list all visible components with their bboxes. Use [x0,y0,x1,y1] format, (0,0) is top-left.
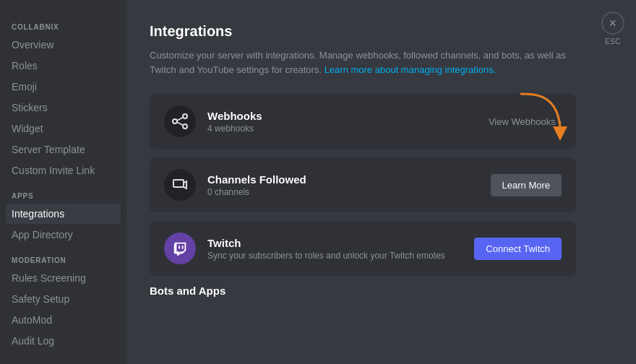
twitch-icon [172,240,188,256]
sidebar-item-label: Integrations [12,208,64,220]
description-text: Customize your server with integrations.… [150,48,569,77]
sidebar-item-safety-setup[interactable]: Safety Setup [6,289,121,309]
sidebar-item-custom-invite-link[interactable]: Custom Invite Link [6,160,121,181]
moderation-section-label: MODERATION [6,251,121,267]
view-webhooks-link[interactable]: View Webhooks › [489,116,562,127]
sidebar-item-label: Server Template [12,144,85,155]
sidebar-item-label: Roles [12,60,38,72]
webhooks-title: Webhooks [207,110,489,122]
channels-followed-action: Learn More [491,174,562,196]
workspace-name: COLLABNIX [6,17,121,34]
channels-followed-card-info: Channels Followed 0 channels [207,173,491,197]
sidebar-item-app-directory[interactable]: App Directory [6,225,121,245]
webhooks-icon-container [164,105,196,137]
sidebar-item-integrations[interactable]: Integrations [6,204,121,224]
sidebar-item-stickers[interactable]: Stickers [6,98,121,118]
sidebar-item-label: Emoji [12,81,37,92]
svg-line-5 [177,122,183,126]
sidebar-item-label: Overview [12,39,53,51]
webhooks-action: View Webhooks › [489,116,562,127]
twitch-title: Twitch [207,237,474,249]
sidebar-item-rules-screening[interactable]: Rules Screening [6,268,121,288]
channels-followed-subtitle: 0 channels [207,187,491,197]
close-icon: ✕ [601,12,624,35]
channels-followed-title: Channels Followed [207,173,491,186]
sidebar-item-label: Custom Invite Link [12,165,95,176]
sidebar-item-label: AutoMod [12,314,52,326]
twitch-icon-container [164,233,196,264]
twitch-subtitle: Sync your subscribers to roles and unloc… [207,251,474,261]
channels-icon-container [164,169,196,201]
sidebar-item-emoji[interactable]: Emoji [6,77,121,97]
svg-point-3 [183,124,187,129]
sidebar-item-label: Stickers [12,102,48,113]
sidebar-item-audit-log[interactable]: Audit Log [6,331,121,351]
sidebar-item-automod[interactable]: AutoMod [6,310,121,330]
sidebar-item-label: App Directory [12,229,73,240]
sidebar-item-label: Widget [12,123,43,134]
twitch-card: Twitch Sync your subscribers to roles an… [150,221,576,276]
sidebar-item-server-template[interactable]: Server Template [6,139,121,160]
esc-label: ESC [605,38,621,46]
sidebar-item-overview[interactable]: Overview [6,35,121,55]
svg-rect-6 [173,180,184,187]
sidebar-item-label: Safety Setup [12,293,69,305]
bots-section-title: Bots and Apps [150,285,613,297]
apps-section-label: APPS [6,186,121,203]
sidebar-item-roles[interactable]: Roles [6,56,121,76]
channels-icon [171,176,189,194]
twitch-action: Connect Twitch [474,238,562,260]
webhooks-card-info: Webhooks 4 webhooks [207,110,489,134]
svg-line-4 [177,118,183,121]
webhooks-subtitle: 4 webhooks [207,124,489,134]
sidebar-item-label: Rules Screening [12,272,86,284]
svg-point-1 [173,119,177,124]
main-content: ✕ ESC Integrations Customize your server… [126,0,636,364]
channels-followed-card: Channels Followed 0 channels Learn More [150,157,576,212]
sidebar: COLLABNIX Overview Roles Emoji Stickers … [0,0,126,364]
connect-twitch-button[interactable]: Connect Twitch [474,238,562,260]
svg-point-2 [183,114,187,118]
description-link[interactable]: Learn more about managing integrations. [325,64,497,75]
page-title: Integrations [150,23,613,40]
webhooks-card: Webhooks 4 webhooks View Webhooks › [150,94,576,149]
esc-button[interactable]: ✕ ESC [601,12,624,46]
webhooks-icon [171,113,189,130]
twitch-card-info: Twitch Sync your subscribers to roles an… [207,237,474,261]
chevron-right-icon: › [559,116,562,127]
sidebar-item-widget[interactable]: Widget [6,118,121,139]
sidebar-item-label: Audit Log [12,335,54,347]
learn-more-button[interactable]: Learn More [491,174,562,196]
